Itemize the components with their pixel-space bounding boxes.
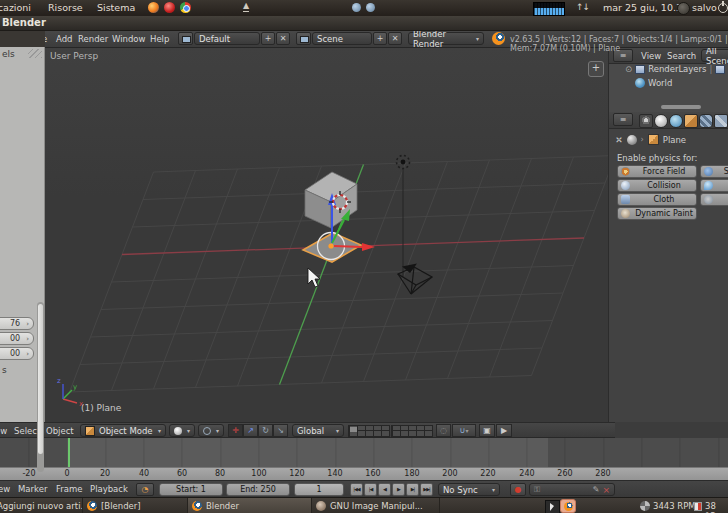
manipulator-toggle[interactable]: ✛ <box>228 424 243 437</box>
view3d-menu-view[interactable]: View <box>0 426 7 436</box>
tab-object-icon[interactable] <box>684 114 698 128</box>
tray-blender-icon[interactable] <box>560 499 576 513</box>
blender-logo-icon[interactable] <box>492 32 505 45</box>
next-keyframe-button[interactable]: ▶| <box>406 483 419 496</box>
power-icon[interactable] <box>718 3 728 13</box>
delete-scene-button[interactable]: ✕ <box>388 32 402 45</box>
taskbar-item-3-active[interactable]: Blender <box>188 498 312 513</box>
properties-region-expand-button[interactable]: + <box>588 61 604 77</box>
current-frame-indicator[interactable] <box>68 438 70 469</box>
fluid-button[interactable]: Fluid <box>700 179 728 192</box>
scene-selector-icon[interactable] <box>296 32 311 45</box>
add-layout-button[interactable]: + <box>261 32 275 45</box>
mode-dropdown[interactable]: Object Mode <box>80 424 166 437</box>
pin-icon[interactable]: ✛ <box>613 133 625 145</box>
disclosure-icon[interactable]: ⊙ <box>625 64 632 74</box>
user-avatar-icon[interactable] <box>677 2 690 15</box>
proportional-edit-button[interactable]: ◌ <box>436 424 451 437</box>
view3d-menu-object[interactable]: Object <box>46 426 74 436</box>
collision-button[interactable]: Collision <box>617 179 697 192</box>
snap-button[interactable]: ∪▾ <box>452 424 476 437</box>
remove-keying-icon[interactable]: × <box>602 485 610 495</box>
timeline-menu-marker[interactable]: Marker <box>18 484 47 494</box>
dynamic-paint-button[interactable]: Dynamic Paint <box>617 207 697 220</box>
orientation-dropdown[interactable]: Global <box>292 424 344 437</box>
translate-manip-button[interactable]: ↗ <box>243 424 258 437</box>
scale-manip-button[interactable]: ↘ <box>273 424 288 437</box>
timeline-ruler[interactable]: -20 0 20 40 60 80 100 120 140 160 180 20… <box>0 467 728 480</box>
force-field-button[interactable]: Force Field <box>617 165 697 178</box>
network-arrows-icon[interactable]: ↑↓ <box>576 2 589 12</box>
scene-selector-field[interactable]: Scene <box>312 32 372 45</box>
render-opengl-anim-button[interactable]: ▶ <box>496 424 512 437</box>
menu-render[interactable]: Render <box>78 34 108 44</box>
tab-scene-icon[interactable] <box>654 114 668 128</box>
outliner-row-renderlayers[interactable]: ⊙ RenderLayers | <box>625 64 725 74</box>
jump-to-start-button[interactable]: |◀◀ <box>350 483 363 496</box>
background-field-2[interactable]: 00› <box>0 332 34 345</box>
editor-type-button[interactable]: ≡ <box>613 113 633 126</box>
tab-world-icon[interactable] <box>669 114 683 128</box>
tab-modifiers-icon[interactable] <box>714 114 728 128</box>
play-reverse-button[interactable]: ◀ <box>378 483 391 496</box>
indicator-icon-1[interactable] <box>352 3 361 12</box>
menu-window[interactable]: Window <box>112 34 146 44</box>
soft-body-button[interactable]: Soft Body <box>700 165 728 178</box>
record-button[interactable]: ● <box>510 483 526 496</box>
cloth-button[interactable]: Cloth <box>617 193 697 206</box>
user-name[interactable]: salvo <box>692 2 717 13</box>
timeline-menu-playback[interactable]: Playback <box>90 484 128 494</box>
background-window-panel[interactable]: els 76› 00› 00› s <box>0 47 45 422</box>
eject-icon[interactable]: ▲ <box>243 1 249 12</box>
menu-resources[interactable]: Risorse <box>48 2 83 13</box>
clock[interactable]: mar 25 giu, 10.34 <box>603 2 688 13</box>
taskbar-item-2[interactable]: [Blender] <box>83 498 188 513</box>
chrome-icon[interactable] <box>180 2 191 13</box>
window-titlebar[interactable]: Blender <box>0 16 728 31</box>
time-display-toggle[interactable]: ◔ <box>136 483 154 496</box>
taskbar-item-4[interactable]: GNU Image Manipul... <box>312 498 440 513</box>
play-button[interactable]: ▶ <box>392 483 405 496</box>
add-scene-button[interactable]: + <box>373 32 387 45</box>
tab-render-icon[interactable] <box>639 114 653 128</box>
menu-add[interactable]: Add <box>56 34 72 44</box>
menu-system[interactable]: Sistema <box>97 2 135 13</box>
background-field-1[interactable]: 76› <box>0 317 34 330</box>
prev-keyframe-button[interactable]: |◀ <box>364 483 377 496</box>
firefox-icon[interactable] <box>148 2 159 13</box>
render-opengl-button[interactable]: ▣ <box>479 424 495 437</box>
edit-keying-icon[interactable]: ✎ <box>593 485 600 494</box>
start-frame-field[interactable]: Start: 1 <box>159 483 223 496</box>
background-field-3[interactable]: 00› <box>0 347 34 360</box>
layers-widget[interactable] <box>348 425 390 438</box>
timeline-menu-view[interactable]: View <box>0 484 10 494</box>
system-monitor-graph[interactable] <box>533 2 565 16</box>
menu-applications[interactable]: Applicazioni <box>0 2 31 13</box>
end-frame-field[interactable]: End: 250 <box>226 483 290 496</box>
keying-set-field[interactable]: ⚿ ✎ × <box>529 483 615 496</box>
active-layer-cell[interactable] <box>350 427 357 432</box>
layers-widget-2[interactable] <box>391 425 433 438</box>
pivot-dropdown[interactable] <box>198 424 224 437</box>
screen-layout-field[interactable]: Default <box>194 32 260 45</box>
timeline-menu-frame[interactable]: Frame <box>56 484 82 494</box>
indicator-icon-2[interactable] <box>366 3 375 12</box>
viewport-3d[interactable]: x y z User Persp (1) Plane + <box>45 47 608 422</box>
tray-cursor-icon[interactable] <box>545 500 560 513</box>
menu-help[interactable]: Help <box>150 34 169 44</box>
background-scrollbar[interactable] <box>37 302 44 472</box>
taskbar-item-1[interactable]: Aggiungi nuovo arti... <box>0 498 83 513</box>
shading-dropdown[interactable] <box>169 424 195 437</box>
sync-mode-dropdown[interactable]: No Sync <box>438 483 500 496</box>
background-window-titlebar[interactable] <box>0 30 45 47</box>
rotate-manip-button[interactable]: ↻ <box>258 424 273 437</box>
outliner-row-world[interactable]: World <box>635 78 672 88</box>
current-frame-field[interactable]: 1 <box>294 483 344 496</box>
tab-constraints-icon[interactable] <box>699 114 713 128</box>
render-engine-dropdown[interactable]: Blender Render <box>408 32 484 45</box>
lamp-object[interactable] <box>397 156 410 278</box>
screen-layout-icon[interactable] <box>178 32 193 45</box>
jump-to-end-button[interactable]: ▶▶| <box>420 483 433 496</box>
outliner-scrollbar[interactable] <box>661 105 701 109</box>
delete-layout-button[interactable]: ✕ <box>276 32 290 45</box>
